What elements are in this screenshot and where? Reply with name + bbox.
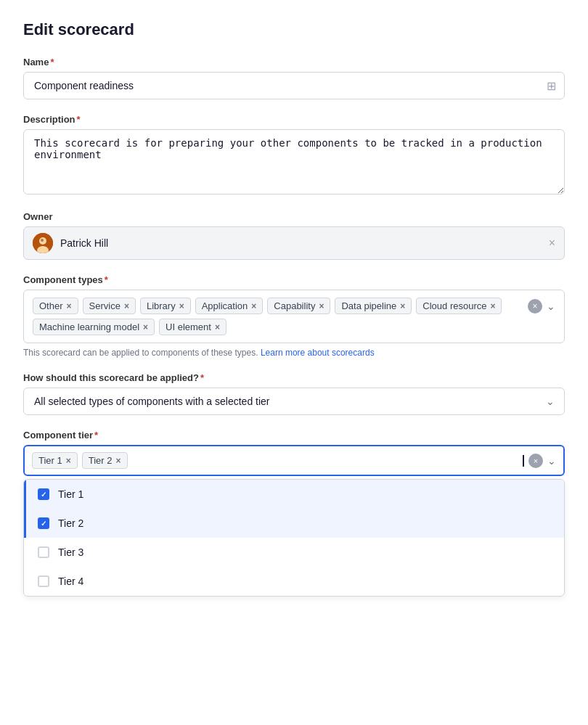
tier-tag: Tier 1× [32,452,78,469]
component-type-tag: Application× [195,298,264,314]
component-types-chevron-icon[interactable]: ⌄ [547,300,555,312]
tag-label: Cloud resource [422,300,486,311]
component-type-tag: UI element× [159,319,226,335]
tag-remove-button[interactable]: × [490,302,495,311]
tag-remove-button[interactable]: × [124,302,129,311]
tier-actions: × ⌄ [528,454,556,468]
component-type-tag: Service× [83,298,136,314]
tier-dropdown-item-label: Tier 3 [58,546,83,558]
learn-more-link[interactable]: Learn more about scorecards [261,348,375,358]
avatar-image [33,233,53,253]
tier-dropdown-list: Tier 1 Tier 2 Tier 3 Tier 4 [23,479,565,597]
tag-remove-button[interactable]: × [251,302,256,311]
tier-checkbox [38,517,49,529]
tag-remove-button[interactable]: × [400,302,405,311]
tier-tag-label: Tier 2 [89,455,113,466]
tag-label: Data pipeline [341,300,396,311]
tier-tag-remove-button[interactable]: × [116,456,121,466]
svg-point-3 [41,239,44,242]
description-label: Description* [23,114,565,125]
tier-clear-button[interactable]: × [528,454,543,468]
description-field-group: Description* This scorecard is for prepa… [23,114,565,197]
component-tier-input-box[interactable]: Tier 1×Tier 2× × ⌄ [23,445,565,476]
tier-dropdown-item-label: Tier 1 [58,488,83,500]
tier-dropdown-item[interactable]: Tier 1 [24,480,564,509]
clear-icon: × [532,301,537,311]
application-method-label: How should this scorecard be applied?* [23,372,565,383]
tier-dropdown-item[interactable]: Tier 2 [24,509,564,538]
owner-label: Owner [23,211,565,222]
tier-dropdown-item-label: Tier 2 [58,517,83,529]
component-types-clear-button[interactable]: × [528,299,542,314]
tag-label: Other [39,300,63,311]
tag-label: Application [202,300,248,311]
tag-label: Library [147,300,176,311]
tag-label: Service [89,300,121,311]
component-type-tag: Data pipeline× [335,298,412,314]
avatar [33,233,53,253]
component-types-helper: This scorecard can be applied to compone… [23,348,565,358]
component-type-tag: Capability× [267,298,330,314]
tier-dropdown-item-label: Tier 4 [58,576,83,587]
tier-cursor [523,455,524,467]
component-tier-label: Component tier* [23,430,565,441]
tag-remove-button[interactable]: × [67,302,72,311]
component-types-field-group: Component types* Other×Service×Library×A… [23,274,565,358]
grid-icon: ⊞ [547,79,556,93]
tier-dropdown-item[interactable]: Tier 3 [24,538,564,567]
application-method-select-wrapper: All selected types of components with a … [23,388,565,415]
tier-tag-remove-button[interactable]: × [66,456,71,466]
name-input-wrapper: ⊞ [23,72,565,99]
application-method-field-group: How should this scorecard be applied?* A… [23,372,565,415]
tag-label: UI element [166,321,211,332]
tier-tag-label: Tier 1 [38,455,62,466]
component-type-tag: Machine learning model× [33,319,155,335]
owner-selector[interactable]: Patrick Hill × [23,226,565,260]
owner-field-group: Owner Patrick Hill × [23,211,565,260]
application-method-select[interactable]: All selected types of components with a … [23,388,565,415]
component-types-label: Component types* [23,274,565,285]
owner-name: Patrick Hill [60,237,542,249]
name-input[interactable] [23,72,565,99]
owner-clear-button[interactable]: × [549,237,555,249]
component-type-tag: Library× [140,298,191,314]
tier-chevron-icon[interactable]: ⌄ [547,455,556,467]
component-types-tags: Other×Service×Library×Application×Capabi… [33,298,522,335]
component-tier-field-group: Component tier* Tier 1×Tier 2× × ⌄ Tier … [23,430,565,597]
description-input[interactable]: This scorecard is for preparing your oth… [23,129,565,194]
tier-checkbox [38,488,49,500]
component-types-actions: × ⌄ [528,299,555,314]
tag-remove-button[interactable]: × [215,323,220,332]
tier-dropdown-item[interactable]: Tier 4 [24,567,564,596]
tag-label: Machine learning model [39,321,139,332]
tier-tag: Tier 2× [82,452,128,469]
component-type-tag: Cloud resource× [416,298,502,314]
page-title: Edit scorecard [23,20,565,39]
tag-label: Capability [274,300,315,311]
tier-checkbox [38,576,49,587]
component-types-box: Other×Service×Library×Application×Capabi… [23,290,565,343]
tag-remove-button[interactable]: × [319,302,324,311]
name-field-group: Name* ⊞ [23,57,565,99]
tag-remove-button[interactable]: × [143,323,148,332]
tier-checkbox [38,546,49,558]
tag-remove-button[interactable]: × [179,302,184,311]
name-label: Name* [23,57,565,67]
component-tier-tags: Tier 1×Tier 2× [32,452,518,469]
component-type-tag: Other× [33,298,78,314]
